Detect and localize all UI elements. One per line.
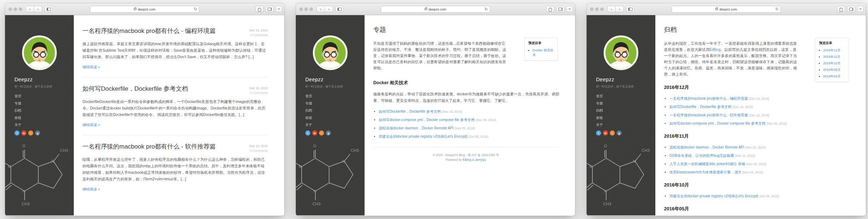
- sidebar-item-about[interactable]: 关于: [305, 123, 365, 128]
- tabs-overview-button[interactable]: [265, 6, 274, 12]
- post-link[interactable]: 如何写Dockerfile，Dockerfile 参考文档: [669, 105, 732, 109]
- zoom-window-button[interactable]: [19, 8, 22, 11]
- post-link[interactable]: 远程连接docker daemon，Docker Remote API: [379, 126, 454, 130]
- toc-link[interactable]: 2016年12月: [823, 48, 841, 52]
- archive-post-list: 远程连接docker daemon，Docker Remote API (Nov…: [664, 145, 849, 175]
- topic-section-desc: 微服务架构的兴起，带动了容器化技术快速发展。docker作为微服务不可缺少的重要…: [373, 91, 561, 104]
- url-text: deepzz.com: [429, 8, 446, 11]
- post-link[interactable]: GDB命令基础，让你的程序bug无处躲藏: [669, 154, 734, 158]
- post-link[interactable]: 如何写Dockerfile，Dockerfile 参考文档: [379, 110, 441, 113]
- sidebar-item-archive[interactable]: 归档: [14, 108, 74, 113]
- forward-button[interactable]: ›: [34, 6, 42, 12]
- post-link-date: (Nov 03, 2016): [743, 171, 763, 174]
- sidebar-item-archive[interactable]: 归档: [305, 108, 365, 113]
- toc-list: Docker 相关技术: [528, 48, 554, 57]
- toolbar-right-cluster: +: [837, 6, 864, 12]
- sidebar-item-about[interactable]: 关于: [14, 123, 74, 128]
- share-button[interactable]: [837, 6, 845, 12]
- post-link[interactable]: 一名程序猿的macbook pro都有什么 - 软件推荐篇: [669, 113, 748, 117]
- share-icon: [258, 8, 261, 12]
- avatar[interactable]: [22, 35, 57, 70]
- post-link[interactable]: 入手人生第一款机械键盘ikbc poker61键位 茶轴: [669, 162, 745, 166]
- post-link[interactable]: 使用Elasticsearch作为本博客搜索引擎，强大: [669, 170, 741, 174]
- reload-icon[interactable]: ↻: [194, 7, 197, 11]
- minimize-window-button[interactable]: [595, 8, 599, 11]
- read-more-link[interactable]: 继续阅读 »: [82, 187, 100, 192]
- toc-link[interactable]: 2016年04月: [823, 74, 841, 78]
- post-link[interactable]: 远程连接docker daemon，Docker Remote API: [669, 145, 744, 149]
- toc-title: 预览目录: [819, 41, 845, 46]
- minimize-window-button[interactable]: [305, 8, 308, 11]
- post-title-link[interactable]: 如何写Dockerfile，Dockerfile 参考文档: [82, 85, 268, 93]
- close-window-button[interactable]: [590, 8, 593, 11]
- sidebar-item-archive[interactable]: 归档: [596, 108, 655, 113]
- toc-link[interactable]: 2016年10月: [823, 61, 841, 65]
- sidebar-item-friends[interactable]: 友链: [14, 116, 74, 120]
- post-title-link[interactable]: 一名程序猿的macbook pro都有什么 - 编程环境篇: [82, 27, 268, 35]
- post-link[interactable]: 一名程序猿的macbook pro都有什么 - 编程环境篇: [669, 96, 748, 100]
- sidebar-item-home[interactable]: 首页: [305, 94, 365, 99]
- molecule-label: N: [633, 159, 636, 163]
- post-link[interactable]: 搭建安全的docker private registry v2指南(Let's …: [669, 194, 758, 198]
- tabs-overview-button[interactable]: [847, 6, 855, 12]
- address-bar[interactable]: deepzz.com ↻: [672, 6, 781, 13]
- tabs-overview-button[interactable]: [556, 6, 565, 12]
- new-tab-button[interactable]: +: [276, 6, 282, 12]
- sidebar-item-topics[interactable]: 专题: [596, 101, 655, 106]
- sidebar-nav: 首页 专题 归档 友链 关于: [14, 94, 74, 128]
- forward-button[interactable]: ›: [616, 6, 624, 12]
- back-button[interactable]: ‹: [607, 6, 616, 12]
- read-more-link[interactable]: 继续阅读 »: [82, 123, 100, 128]
- sidebar-item-friends[interactable]: 友链: [305, 116, 365, 120]
- traffic-lights: [590, 8, 604, 11]
- eiblog-link[interactable]: Eiblog: [463, 158, 471, 162]
- toc-link[interactable]: Docker 相关技术: [532, 48, 553, 57]
- new-tab-button[interactable]: +: [566, 6, 573, 12]
- sidebar-toggle-button[interactable]: [626, 6, 634, 12]
- post-comments-count: 0 Comments: [249, 91, 268, 95]
- list-item: 如何写Dockerfile，Dockerfile 参考文档 (Dec 15, 2…: [669, 104, 849, 110]
- sidebar-item-topics[interactable]: 专题: [14, 101, 74, 106]
- minimize-window-button[interactable]: [14, 8, 17, 11]
- close-window-button[interactable]: [9, 8, 12, 11]
- post-link-date: (Oct 05, 2016): [760, 194, 779, 198]
- address-bar[interactable]: deepzz.com ↻: [90, 6, 199, 13]
- share-button[interactable]: [546, 6, 554, 12]
- list-item: 远程连接docker daemon，Docker Remote API (Nov…: [379, 126, 558, 131]
- toc-link[interactable]: 2016年11月: [823, 55, 840, 59]
- post-link[interactable]: 如何写docker-compose.yml，Docker compose fil…: [379, 118, 475, 122]
- avatar[interactable]: [313, 35, 348, 70]
- post-link[interactable]: 搭建安全的docker private registry v2指南(Let's …: [379, 134, 468, 138]
- sidebar-toggle-button[interactable]: [44, 6, 53, 12]
- eiblog-link[interactable]: EiBlog: [710, 47, 720, 52]
- blog-sidebar: Deepzz 积一时之跬步，臻千里之遥程 首页 专题 归档 友链 关于 t w …: [587, 15, 655, 215]
- archive-month-heading: 2016年05月: [664, 206, 849, 212]
- sidebar-item-friends[interactable]: 友链: [596, 116, 655, 120]
- blog-sidebar: Deepzz 积一时之跬步，臻千里之遥程 首页 专题 归档 友链 关于 t w …: [5, 15, 74, 215]
- reload-icon[interactable]: ↻: [775, 7, 779, 11]
- molecule-label: O: [313, 144, 316, 148]
- zoom-window-button[interactable]: [310, 8, 313, 11]
- sidebar-item-home[interactable]: 首页: [596, 94, 655, 99]
- back-button[interactable]: ‹: [26, 6, 34, 12]
- close-window-button[interactable]: [299, 8, 303, 11]
- toc-list: 2016年12月 2016年11月 2016年10月 2016年05月 2016…: [819, 48, 845, 79]
- reload-icon[interactable]: ↻: [485, 7, 488, 11]
- list-item: 一名程序猿的macbook pro都有什么 - 编程环境篇 (Dec 23, 2…: [669, 96, 849, 101]
- share-button[interactable]: [255, 6, 264, 12]
- avatar[interactable]: [604, 35, 638, 70]
- forward-button[interactable]: ›: [325, 6, 333, 12]
- sidebar-item-about[interactable]: 关于: [596, 123, 655, 128]
- zoom-window-button[interactable]: [600, 8, 604, 11]
- post-title-link[interactable]: 一名程序猿的macbook pro都有什么 - 软件推荐篇: [82, 142, 268, 151]
- read-more-link[interactable]: 继续阅读 »: [82, 65, 100, 70]
- post-link[interactable]: 如何写docker-compose.yml，Docker compose fil…: [669, 121, 766, 125]
- sidebar-toggle-button[interactable]: [335, 6, 344, 12]
- address-bar[interactable]: deepzz.com ↻: [381, 6, 490, 13]
- sidebar-item-topics[interactable]: 专题: [305, 101, 365, 106]
- back-button[interactable]: ‹: [316, 6, 325, 12]
- toc-link[interactable]: 2016年05月: [823, 68, 841, 72]
- jerryqu-link[interactable]: JerryQu: [475, 158, 486, 162]
- sidebar-item-home[interactable]: 首页: [14, 94, 74, 99]
- new-tab-button[interactable]: +: [857, 6, 864, 12]
